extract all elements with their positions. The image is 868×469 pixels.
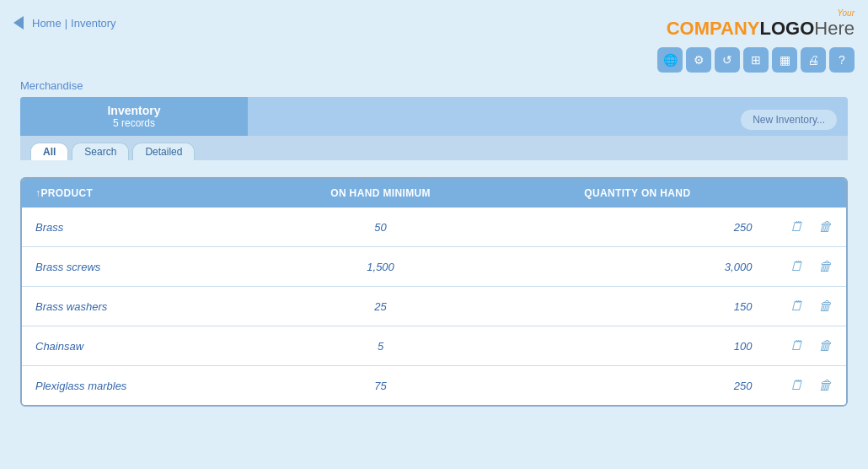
tab-detailed[interactable]: Detailed	[132, 143, 195, 160]
delete-icon[interactable]: 🗑	[814, 375, 836, 396]
cell-quantity-on-hand: 250	[506, 208, 769, 247]
edit-icon[interactable]: 🗒	[785, 375, 807, 396]
delete-icon[interactable]: 🗑	[814, 335, 836, 357]
cell-actions: 🗒 🗑	[769, 247, 846, 287]
cell-on-hand-minimum: 25	[255, 287, 506, 326]
cell-actions: 🗒 🗑	[769, 287, 846, 326]
add-icon-btn[interactable]: ⊞	[743, 47, 769, 73]
help-icon-btn[interactable]: ?	[829, 47, 855, 73]
inventory-title: Inventory	[20, 104, 248, 117]
col-actions-header	[769, 179, 846, 208]
sort-arrow-icon: ↑	[35, 187, 40, 199]
cell-on-hand-minimum: 50	[255, 208, 506, 247]
table-row: Plexiglass marbles 75 250 🗒 🗑	[22, 366, 846, 406]
cell-product: Brass screws	[22, 247, 255, 287]
breadcrumb-current: Inventory	[71, 17, 115, 30]
inventory-table-wrapper: ↑PRODUCT ON HAND MINIMUM QUANTITY ON HAN…	[20, 177, 848, 407]
cell-product: Plexiglass marbles	[22, 366, 255, 406]
edit-icon[interactable]: 🗒	[785, 295, 807, 317]
inventory-title-box: Inventory 5 records	[20, 97, 248, 136]
cell-actions: 🗒 🗑	[769, 208, 846, 247]
inventory-actions: New Inventory...	[248, 97, 848, 136]
tab-all[interactable]: All	[30, 143, 68, 160]
breadcrumb-separator: |	[65, 17, 67, 30]
section-label: Merchandise	[0, 76, 868, 97]
logo-your: Your	[667, 7, 855, 19]
refresh-icon-btn[interactable]: ↺	[715, 47, 740, 73]
tabs-bar: All Search Detailed	[20, 136, 848, 160]
inventory-header: Inventory 5 records New Inventory...	[20, 97, 848, 136]
cell-product: Chainsaw	[22, 326, 255, 366]
col-quantity-on-hand[interactable]: QUANTITY ON HAND	[506, 179, 769, 208]
gear-icon-btn[interactable]: ⚙	[686, 47, 711, 73]
col-on-hand-minimum[interactable]: ON HAND MINIMUM	[255, 179, 506, 208]
top-bar: Home | Inventory Your COMPANYLOGOHere	[0, 0, 868, 42]
main-content: Inventory 5 records New Inventory... All…	[0, 97, 868, 427]
breadcrumb-home[interactable]: Home	[32, 17, 62, 30]
cell-product: Brass	[22, 208, 255, 247]
delete-icon[interactable]: 🗑	[814, 216, 836, 238]
cell-quantity-on-hand: 250	[506, 366, 769, 406]
back-arrow-icon[interactable]	[13, 16, 24, 30]
new-inventory-button[interactable]: New Inventory...	[740, 109, 838, 131]
table-row: Chainsaw 5 100 🗒 🗑	[22, 326, 846, 366]
delete-icon[interactable]: 🗑	[814, 256, 836, 278]
col-product[interactable]: ↑PRODUCT	[22, 179, 255, 208]
table-row: Brass screws 1,500 3,000 🗒 🗑	[22, 247, 846, 287]
table-row: Brass washers 25 150 🗒 🗑	[22, 287, 846, 326]
cell-product: Brass washers	[22, 287, 255, 326]
cell-actions: 🗒 🗑	[769, 326, 846, 366]
print-icon-btn[interactable]: 🖨	[801, 47, 826, 73]
cell-on-hand-minimum: 5	[255, 326, 506, 366]
edit-icon[interactable]: 🗒	[785, 256, 807, 278]
cell-on-hand-minimum: 75	[255, 366, 506, 406]
table-header-row: ↑PRODUCT ON HAND MINIMUM QUANTITY ON HAN…	[22, 179, 846, 208]
cell-quantity-on-hand: 150	[506, 287, 769, 326]
logo-main: COMPANYLOGOHere	[667, 19, 855, 39]
table-row: Brass 50 250 🗒 🗑	[22, 208, 846, 247]
inventory-records-count: 5 records	[20, 117, 248, 129]
cell-quantity-on-hand: 3,000	[506, 247, 769, 287]
icon-bar: 🌐 ⚙ ↺ ⊞ ▦ 🖨 ?	[0, 42, 868, 76]
delete-icon[interactable]: 🗑	[814, 295, 836, 317]
chart-icon-btn[interactable]: ▦	[772, 47, 797, 73]
edit-icon[interactable]: 🗒	[785, 216, 807, 238]
tab-search[interactable]: Search	[72, 143, 129, 160]
edit-icon[interactable]: 🗒	[785, 335, 807, 357]
cell-on-hand-minimum: 1,500	[255, 247, 506, 287]
globe-icon-btn[interactable]: 🌐	[657, 47, 683, 73]
breadcrumb: Home | Inventory	[13, 16, 116, 30]
cell-quantity-on-hand: 100	[506, 326, 769, 366]
cell-actions: 🗒 🗑	[769, 366, 846, 406]
company-logo: Your COMPANYLOGOHere	[667, 7, 855, 39]
inventory-table: ↑PRODUCT ON HAND MINIMUM QUANTITY ON HAN…	[22, 179, 846, 405]
